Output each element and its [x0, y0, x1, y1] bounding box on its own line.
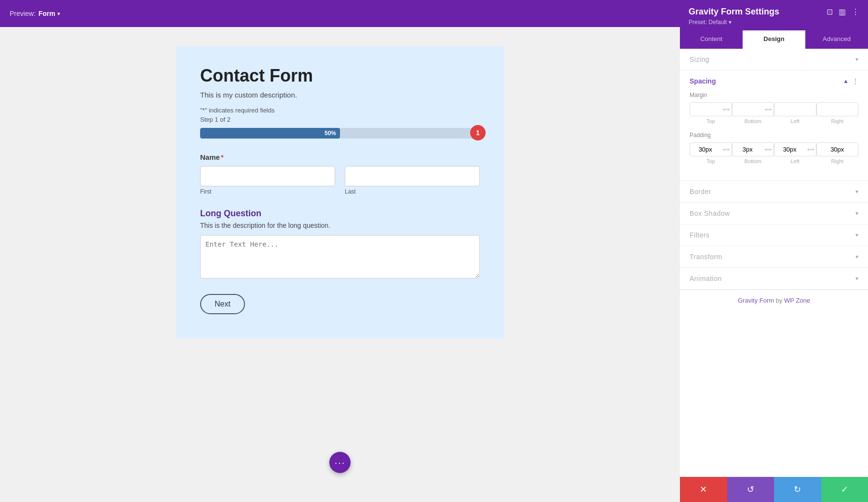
- filters-header[interactable]: Filters ▾: [690, 231, 858, 239]
- padding-right-input[interactable]: [817, 143, 858, 156]
- spacing-dots[interactable]: ⋮: [853, 78, 858, 84]
- margin-right-label: Right: [831, 118, 843, 124]
- margin-top-label: Top: [706, 118, 715, 124]
- panel-header: Gravity Form Settings ⊡ ▥ ⋮ Preset: Defa…: [680, 0, 868, 30]
- margin-right-input[interactable]: [817, 103, 858, 116]
- top-bar: Preview: Form ▾: [0, 0, 680, 27]
- spacing-header: Spacing ▲ ⋮: [690, 77, 858, 85]
- progress-percent: 50%: [325, 130, 336, 137]
- margin-bottom-label: Bottom: [745, 118, 761, 124]
- margin-left-label: Left: [791, 118, 800, 124]
- progress-bar-fill: 50%: [200, 128, 340, 139]
- name-field-label: Name*: [200, 153, 480, 161]
- padding-top-input[interactable]: [690, 143, 721, 156]
- margin-inputs: ⟺ Top ⟺ Bottom Left: [690, 102, 858, 124]
- margin-left-input[interactable]: [774, 103, 816, 116]
- border-section: Border ▾: [680, 181, 868, 203]
- margin-top-input[interactable]: [690, 103, 721, 116]
- required-star: *: [221, 153, 224, 161]
- gravity-form-link[interactable]: Gravity Form: [738, 297, 774, 304]
- margin-left-group: Left: [774, 102, 816, 124]
- panel-title: Gravity Form Settings: [689, 7, 779, 17]
- cancel-button[interactable]: ✕: [680, 477, 727, 502]
- spacing-chevron-up[interactable]: ▲: [843, 78, 849, 84]
- preview-form[interactable]: Form ▾: [39, 10, 60, 17]
- first-label: First: [200, 188, 335, 195]
- animation-chevron: ▾: [855, 275, 858, 282]
- panel-preset[interactable]: Preset: Default ▾: [689, 19, 859, 26]
- filters-chevron: ▾: [855, 232, 858, 238]
- step-indicator: Step 1 of 2: [200, 116, 480, 123]
- long-question-textarea[interactable]: [200, 235, 480, 279]
- wp-zone-link[interactable]: WP Zone: [784, 297, 810, 304]
- padding-top-label: Top: [706, 158, 715, 164]
- spacing-title: Spacing: [690, 77, 716, 85]
- box-shadow-chevron: ▾: [855, 210, 858, 217]
- sizing-header[interactable]: Sizing ▾: [690, 56, 858, 63]
- padding-label: Padding: [690, 132, 858, 139]
- last-label: Last: [345, 188, 480, 195]
- next-button[interactable]: Next: [200, 294, 245, 314]
- undo-button[interactable]: ↺: [727, 477, 774, 502]
- panel-body: Sizing ▾ Spacing ▲ ⋮ Margin ⟺: [680, 49, 868, 477]
- padding-top-link-icon[interactable]: ⟺: [721, 147, 732, 152]
- bottom-toolbar: ✕ ↺ ↻ ✓: [680, 477, 868, 502]
- form-preview-wrapper: Contact Form This is my custom descripti…: [0, 27, 680, 502]
- animation-title: Animation: [690, 275, 722, 282]
- long-question-desc: This is the description for the long que…: [200, 222, 480, 229]
- panel-footer: Gravity Form by WP Zone: [680, 290, 868, 311]
- margin-bottom-input[interactable]: [732, 103, 763, 116]
- screen-icon[interactable]: ⊡: [827, 7, 833, 16]
- spacing-section: Spacing ▲ ⋮ Margin ⟺ Top: [680, 70, 868, 181]
- tab-design[interactable]: Design: [743, 30, 805, 49]
- sizing-chevron: ▾: [855, 56, 858, 63]
- border-header[interactable]: Border ▾: [690, 188, 858, 195]
- fab-button[interactable]: ···: [329, 452, 351, 473]
- padding-bottom-link-icon[interactable]: ⟺: [763, 147, 773, 152]
- box-shadow-header[interactable]: Box Shadow ▾: [690, 209, 858, 217]
- form-dropdown-chevron: ▾: [57, 11, 60, 16]
- border-chevron: ▾: [855, 188, 858, 195]
- padding-bottom-label: Bottom: [745, 158, 761, 164]
- spacing-header-icons: ▲ ⋮: [843, 78, 858, 84]
- tab-advanced[interactable]: Advanced: [805, 30, 868, 49]
- padding-inputs: ⟺ Top ⟺ Bottom ⟺ Left: [690, 142, 858, 164]
- animation-section: Animation ▾: [680, 268, 868, 290]
- padding-bottom-group: ⟺ Bottom: [732, 142, 774, 164]
- first-name-input[interactable]: [200, 166, 335, 186]
- transform-title: Transform: [690, 253, 722, 261]
- animation-header[interactable]: Animation ▾: [690, 275, 858, 282]
- padding-left-link-icon[interactable]: ⟺: [805, 147, 816, 152]
- margin-top-link-icon[interactable]: ⟺: [721, 107, 732, 112]
- long-question-title: Long Question: [200, 209, 480, 219]
- border-title: Border: [690, 188, 711, 195]
- redo-button[interactable]: ↻: [774, 477, 821, 502]
- padding-right-label: Right: [831, 158, 843, 164]
- right-panel: Gravity Form Settings ⊡ ▥ ⋮ Preset: Defa…: [680, 0, 868, 502]
- filters-title: Filters: [690, 231, 710, 239]
- preview-label: Preview:: [10, 10, 36, 17]
- footer-by: by: [776, 297, 783, 304]
- transform-chevron: ▾: [855, 253, 858, 260]
- columns-icon[interactable]: ▥: [839, 7, 846, 16]
- box-shadow-section: Box Shadow ▾: [680, 203, 868, 224]
- first-name-group: First: [200, 166, 335, 195]
- panel-tabs: Content Design Advanced: [680, 30, 868, 49]
- margin-bottom-link-icon[interactable]: ⟺: [763, 107, 773, 112]
- save-button[interactable]: ✓: [821, 477, 868, 502]
- box-shadow-title: Box Shadow: [690, 209, 730, 217]
- transform-header[interactable]: Transform ▾: [690, 253, 858, 261]
- margin-right-group: Right: [816, 102, 859, 124]
- padding-left-input[interactable]: [774, 143, 805, 156]
- tab-content[interactable]: Content: [680, 30, 743, 49]
- padding-bottom-input[interactable]: [732, 143, 763, 156]
- transform-section: Transform ▾: [680, 246, 868, 268]
- form-card: Contact Form This is my custom descripti…: [176, 46, 504, 338]
- padding-right-group: Right: [816, 142, 859, 164]
- preview-form-name: Form: [39, 10, 55, 17]
- last-name-input[interactable]: [345, 166, 480, 186]
- required-note: "*" indicates required fields: [200, 107, 480, 114]
- more-icon[interactable]: ⋮: [852, 7, 859, 16]
- progress-badge: 1: [470, 125, 486, 140]
- form-title: Contact Form: [200, 66, 480, 86]
